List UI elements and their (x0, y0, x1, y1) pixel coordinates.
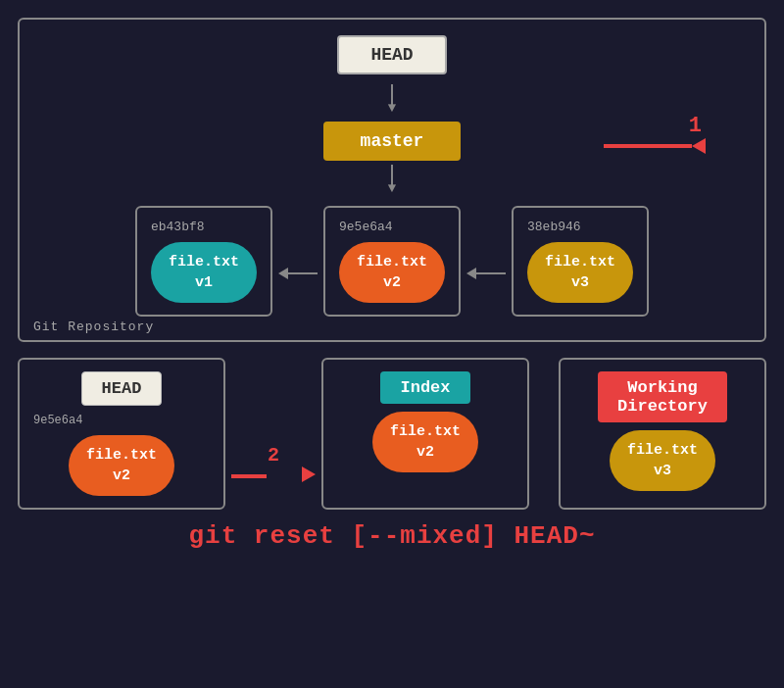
hash-9e5e6a4: 9e5e6a4 (339, 220, 393, 234)
working-directory-area: WorkingDirectory file.txtv3 (559, 358, 766, 510)
index-area: Index file.txtv2 (321, 358, 529, 510)
head-area-hash: 9e5e6a4 (33, 414, 82, 427)
index-area-header: Index (380, 371, 469, 404)
working-directory-header: WorkingDirectory (598, 371, 727, 422)
git-repository-section: HEAD ▼ master 1 ▼ eb43bf8 file.txtv1 (18, 18, 766, 342)
head-area: HEAD 9e5e6a4 file.txtv2 (18, 358, 225, 510)
master-row: master 1 (39, 122, 745, 161)
arrow-commit-left-2 (466, 268, 506, 279)
spacer (529, 358, 559, 510)
master-box: master (323, 122, 462, 161)
git-command: git reset [--mixed] HEAD~ (18, 521, 766, 551)
index-area-pill: file.txtv2 (372, 412, 478, 472)
head-row: HEAD (39, 35, 745, 74)
head-to-master-connector (39, 84, 745, 106)
hash-eb43bf8: eb43bf8 (151, 220, 205, 234)
commit-9e5e6a4: 9e5e6a4 file.txtv2 (323, 206, 461, 317)
commits-row: eb43bf8 file.txtv1 9e5e6a4 file.txtv2 38… (39, 206, 745, 317)
bottom-section: HEAD 9e5e6a4 file.txtv2 2 Index file.txt… (18, 358, 766, 551)
arrow-2: 2 (225, 417, 321, 510)
number-2-badge: 2 (268, 444, 279, 467)
git-repository-label: Git Repository (33, 319, 154, 334)
arrow-1 (604, 138, 706, 154)
areas-row: HEAD 9e5e6a4 file.txtv2 2 Index file.txt… (18, 358, 766, 510)
head-box: HEAD (337, 35, 446, 74)
number-1-badge: 1 (689, 114, 702, 138)
head-area-pill: file.txtv2 (69, 435, 174, 496)
commit-eb43bf8: eb43bf8 file.txtv1 (135, 206, 272, 317)
hash-38eb946: 38eb946 (527, 220, 581, 234)
working-directory-pill: file.txtv3 (610, 430, 715, 491)
commit-38eb946: 38eb946 file.txtv3 (512, 206, 649, 317)
pill-v1: file.txtv1 (151, 242, 257, 303)
arrow-commit-left-1 (278, 268, 318, 279)
master-to-commits-connector (39, 165, 745, 186)
pill-v3: file.txtv3 (527, 242, 633, 303)
head-area-header: HEAD (81, 371, 163, 406)
pill-v2: file.txtv2 (339, 242, 445, 303)
